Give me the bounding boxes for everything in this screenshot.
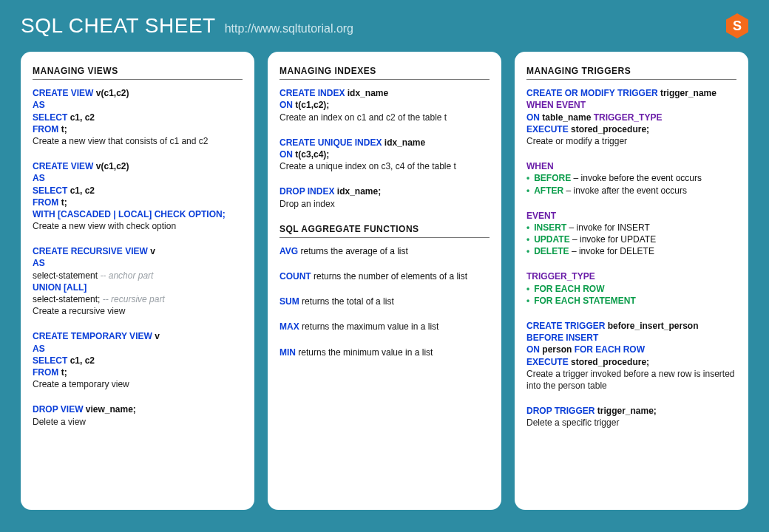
kw: UPDATE (534, 234, 569, 245)
arg: idx_name; (334, 186, 381, 197)
list-item: •FOR EACH ROW (526, 283, 736, 295)
kw: ON (526, 344, 540, 355)
title-wrap: SQL CHEAT SHEET http://www.sqltutorial.o… (21, 14, 353, 38)
kw: FOR EACH STATEMENT (534, 295, 636, 307)
agg-row: AVG returns the average of a list (280, 245, 489, 257)
desc: Create a unique index on c3, c4 of the t… (280, 160, 489, 172)
card-triggers: MANAGING TRIGGERS CREATE OR MODIFY TRIGG… (515, 52, 748, 510)
heading: EVENT (526, 210, 736, 222)
section-heading-indexes: MANAGING INDEXES (280, 65, 489, 80)
arg: c1, c2 (67, 355, 95, 366)
agg-row: MAX returns the maximum value in a list (280, 321, 489, 332)
kw: ON (280, 149, 293, 160)
kw: SELECT (33, 355, 67, 366)
kw: UNION [ALL] (33, 282, 243, 293)
list-item: •INSERT – invoke for INSERT (526, 222, 736, 233)
arg: view_name; (83, 404, 135, 415)
desc: Create a trigger invoked before a new ro… (526, 368, 736, 392)
kw: CREATE INDEX (280, 88, 345, 98)
desc: Create or modify a trigger (526, 135, 736, 147)
columns: MANAGING VIEWS CREATE VIEW v(c1,c2) AS S… (0, 46, 769, 525)
arg: trigger_name (658, 88, 717, 98)
kw: SELECT (33, 185, 67, 196)
kw: AFTER (534, 185, 563, 196)
arg: person (540, 344, 575, 355)
views-block-4: CREATE TEMPORARY VIEW v AS SELECT c1, c2… (33, 330, 243, 390)
kw: DROP VIEW (33, 404, 83, 415)
txt: returns the total of a list (299, 296, 394, 307)
kw: CREATE RECURSIVE VIEW (33, 246, 148, 256)
header: SQL CHEAT SHEET http://www.sqltutorial.o… (0, 0, 769, 46)
kw: FROM (33, 124, 58, 134)
trigger-block-1: CREATE OR MODIFY TRIGGER trigger_name WH… (526, 87, 736, 147)
trigger-block-3: DROP TRIGGER trigger_name; Delete a spec… (526, 405, 736, 429)
kw: FROM (33, 197, 58, 208)
index-block-1: CREATE INDEX idx_name ON t(c1,c2); Creat… (280, 87, 489, 123)
heading: TRIGGER_TYPE (526, 270, 736, 282)
bullet-icon: • (526, 245, 529, 257)
desc: Create a new view that consists of c1 an… (33, 135, 243, 147)
arg: t(c1,c2); (293, 100, 329, 110)
bullet-icon: • (526, 172, 529, 184)
arg: stored_procedure; (569, 357, 649, 367)
page-title: SQL CHEAT SHEET (21, 14, 216, 38)
arg: stored_procedure; (569, 124, 649, 134)
bullet-icon: • (526, 222, 529, 233)
kw: AS (33, 99, 243, 111)
kw: INSERT (534, 222, 566, 233)
desc: Create a temporary view (33, 378, 243, 390)
kw: CREATE OR MODIFY TRIGGER (526, 88, 658, 98)
list-item: •BEFORE – invoke before the event occurs (526, 172, 736, 184)
card-indexes: MANAGING INDEXES CREATE INDEX idx_name O… (268, 52, 501, 510)
list-item: •UPDATE – invoke for UPDATE (526, 233, 736, 245)
desc: Delete a specific trigger (526, 417, 736, 429)
arg: c1, c2 (67, 112, 95, 123)
kw: ON (280, 100, 293, 110)
kw: FROM (33, 367, 58, 378)
agg-row: COUNT returns the number of elements of … (280, 270, 489, 282)
txt: – invoke for INSERT (566, 222, 650, 233)
agg-row: SUM returns the total of a list (280, 296, 489, 307)
bullet-icon: • (526, 295, 529, 307)
desc: Create an index on c1 and c2 of the tabl… (280, 112, 489, 123)
arg: t; (58, 124, 67, 134)
kw: DELETE (534, 246, 569, 256)
desc: Drop an index (280, 198, 489, 210)
txt: – invoke before the event occurs (571, 173, 702, 183)
arg: v (152, 331, 160, 341)
kw: CREATE TEMPORARY VIEW (33, 331, 152, 341)
arg: idx_name (382, 137, 425, 148)
list-item: •AFTER – invoke after the event occurs (526, 185, 736, 197)
kw: FOR EACH ROW (575, 344, 645, 355)
kw: AS (33, 257, 243, 269)
bullet-icon: • (526, 283, 529, 295)
kw: DROP INDEX (280, 186, 334, 197)
kw: CREATE VIEW (33, 161, 93, 171)
txt: returns the minimum value in a list (296, 347, 433, 358)
arg: before_insert_person (605, 321, 698, 331)
agg-row: MIN returns the minimum value in a list (280, 347, 489, 358)
txt: select-statement; (33, 294, 103, 304)
arg: idx_name (345, 88, 388, 98)
views-block-1: CREATE VIEW v(c1,c2) AS SELECT c1, c2 FR… (33, 87, 243, 147)
arg: v(c1,c2) (93, 161, 129, 171)
kw: DROP TRIGGER (526, 406, 594, 416)
arg: v(c1,c2) (93, 88, 129, 98)
views-block-3: CREATE RECURSIVE VIEW v AS select-statem… (33, 245, 243, 317)
kw: BEFORE (534, 173, 571, 183)
kw: AS (33, 343, 243, 355)
kw: CREATE TRIGGER (526, 321, 605, 331)
desc: Create a new view with check option (33, 220, 243, 232)
trigger-type-block: TRIGGER_TYPE •FOR EACH ROW •FOR EACH STA… (526, 270, 736, 307)
kw: COUNT (280, 271, 311, 282)
bullet-icon: • (526, 185, 529, 197)
kw: ON (526, 112, 540, 123)
kw: TRIGGER_TYPE (594, 112, 663, 123)
txt: – invoke for DELETE (569, 246, 654, 256)
arg: v (148, 246, 155, 256)
section-heading-triggers: MANAGING TRIGGERS (526, 65, 736, 80)
section-heading-views: MANAGING VIEWS (33, 65, 243, 80)
views-block-5: DROP VIEW view_name; Delete a view (33, 403, 243, 427)
when-block: WHEN •BEFORE – invoke before the event o… (526, 160, 736, 197)
arg: t(c3,c4); (293, 149, 329, 160)
